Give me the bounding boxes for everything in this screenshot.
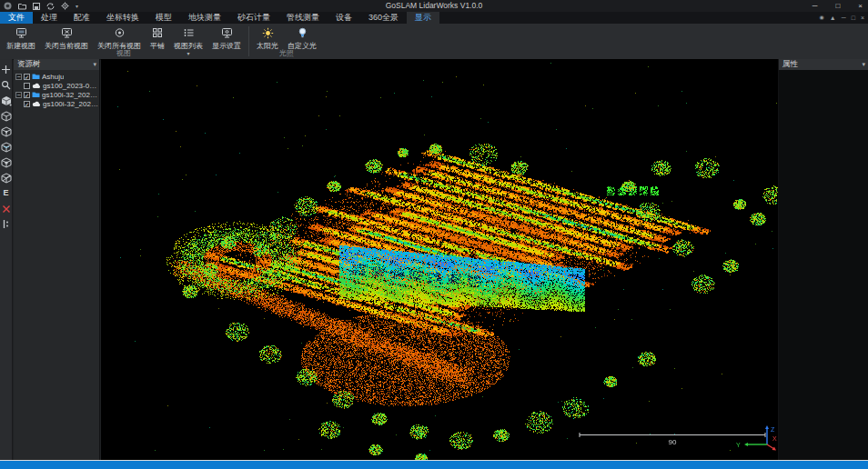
visibility-checkbox[interactable]: ✓ (24, 74, 30, 80)
resource-tree-panel: 资源树 ▾ − ✓ Ashuju gs100_2023-09-06-... − (14, 59, 100, 460)
viewport-container: 90 Z Y X (101, 59, 778, 460)
visibility-checkbox[interactable]: ✓ (24, 101, 30, 107)
tree-item-label: gs100i-32_2023-12... (43, 100, 99, 108)
ribbon-group-label: 视图 (0, 48, 247, 58)
tree-row-ashuju[interactable]: − ✓ Ashuju (14, 72, 99, 81)
visibility-checkbox[interactable] (24, 83, 30, 89)
tab-display[interactable]: 显示 (407, 12, 439, 24)
tab-file[interactable]: 文件 (0, 12, 33, 24)
close-current-view-button[interactable]: 关闭当前视图 (40, 25, 93, 51)
tree-row-gs100i-folder[interactable]: − ✓ gs100i-32_2023-12-07... (14, 90, 99, 99)
tab-process[interactable]: 处理 (33, 12, 66, 24)
tab-volume-metering[interactable]: 砂石计量 (229, 12, 278, 24)
wire-cube-icon[interactable] (0, 172, 12, 184)
tree-row-gs100[interactable]: gs100_2023-09-06-... (14, 81, 99, 90)
left-tool-strip: E (0, 59, 13, 460)
ribbon-separator (248, 26, 249, 56)
child-close-icon[interactable]: × (861, 12, 864, 24)
ribbon-group-label: 光照 (250, 48, 323, 58)
chevron-down-icon[interactable]: ▾ (862, 61, 865, 68)
monitor-settings-icon (221, 26, 233, 39)
wire-cube-icon[interactable] (0, 156, 12, 168)
minimize-button[interactable]: ─ (812, 0, 818, 12)
close-button[interactable]: × (858, 0, 863, 12)
tab-360-panorama[interactable]: 360全景 (360, 12, 407, 24)
tab-device[interactable]: 设备 (328, 12, 360, 24)
app-window: ▾ GoSLAM LidarWorks V1.0.0 ─ □ × 文件 处理 配… (0, 0, 868, 469)
letter-e-tool-icon[interactable]: E (0, 187, 12, 199)
tab-coordinate-transform[interactable]: 坐标转换 (98, 12, 147, 24)
solid-cube-icon[interactable] (0, 95, 12, 106)
ribbon-group-lighting: 太阳光 自定义光 光照 (250, 24, 323, 59)
properties-header[interactable]: 属性 ▾ (779, 59, 868, 70)
resource-tree: − ✓ Ashuju gs100_2023-09-06-... − ✓ (14, 70, 99, 108)
folder-icon (32, 73, 40, 80)
clip-plane-icon[interactable] (0, 218, 12, 230)
tree-panel-header[interactable]: 资源树 ▾ (14, 59, 99, 70)
monitor-new-icon (15, 26, 27, 39)
window-title: GoSLAM LidarWorks V1.0.0 (0, 0, 868, 12)
sun-icon (262, 26, 274, 39)
expander-icon[interactable]: − (15, 92, 22, 98)
properties-title: 属性 (782, 59, 862, 70)
properties-panel: 属性 ▾ (778, 59, 868, 460)
monitor-close-icon (61, 26, 73, 39)
tree-row-gs100i-cloud[interactable]: ✓ gs100i-32_2023-12... (14, 99, 99, 108)
tree-item-label: Ashuju (42, 73, 64, 81)
tree-item-label: gs100_2023-09-06-... (43, 82, 99, 90)
grid-tiles-icon (152, 26, 163, 39)
tab-registration[interactable]: 配准 (66, 12, 98, 24)
tab-parcel-survey[interactable]: 地块测量 (180, 12, 229, 24)
wire-cube-icon[interactable] (0, 141, 12, 153)
plus-tool-icon[interactable] (0, 64, 12, 75)
ribbon-mini-controls: ◉ ▲ ─ □ × (820, 12, 864, 24)
tab-pipeline-survey[interactable]: 管线测量 (278, 12, 328, 24)
title-bar: ▾ GoSLAM LidarWorks V1.0.0 ─ □ × (0, 0, 868, 12)
child-minimize-icon[interactable]: ─ (842, 12, 846, 24)
light-bulb-icon (298, 26, 308, 39)
tile-views-button[interactable]: 平铺 (146, 25, 169, 51)
visibility-checkbox[interactable]: ✓ (24, 92, 30, 98)
custom-light-button[interactable]: 自定义光 (283, 25, 321, 51)
status-bar (0, 461, 868, 469)
magnifier-icon[interactable] (0, 79, 12, 91)
wire-cube-icon[interactable] (0, 125, 12, 137)
ribbon: 新建视图 关闭当前视图 关闭所有视图 (0, 24, 868, 60)
collapse-ribbon-icon[interactable]: ▲ (830, 12, 836, 24)
tree-item-label: gs100i-32_2023-12-07... (42, 91, 99, 99)
wire-cube-icon[interactable] (0, 110, 12, 122)
maximize-button[interactable]: □ (835, 0, 840, 12)
pin-icon[interactable]: ◉ (820, 12, 824, 24)
ribbon-group-view: 新建视图 关闭当前视图 关闭所有视图 (0, 24, 247, 59)
point-cloud-icon (32, 83, 41, 89)
list-icon (183, 26, 195, 39)
new-view-button[interactable]: 新建视图 (2, 25, 40, 51)
chevron-down-icon[interactable]: ▾ (93, 61, 96, 68)
target-circle-icon (114, 26, 126, 39)
tab-model[interactable]: 模型 (147, 12, 180, 24)
close-all-views-button[interactable]: 关闭所有视图 (93, 25, 146, 51)
point-cloud-icon (32, 101, 41, 107)
point-cloud-viewport[interactable] (101, 59, 778, 460)
sunlight-button[interactable]: 太阳光 (252, 25, 283, 51)
red-x-icon[interactable] (0, 203, 12, 215)
child-restore-icon[interactable]: □ (852, 12, 855, 24)
expander-icon[interactable]: − (15, 74, 22, 80)
menu-bar: 文件 处理 配准 坐标转换 模型 地块测量 砂石计量 管线测量 设备 360全景… (0, 12, 868, 24)
tree-panel-title: 资源树 (17, 59, 93, 70)
folder-icon (32, 91, 40, 98)
display-settings-button[interactable]: 显示设置 (207, 25, 246, 51)
